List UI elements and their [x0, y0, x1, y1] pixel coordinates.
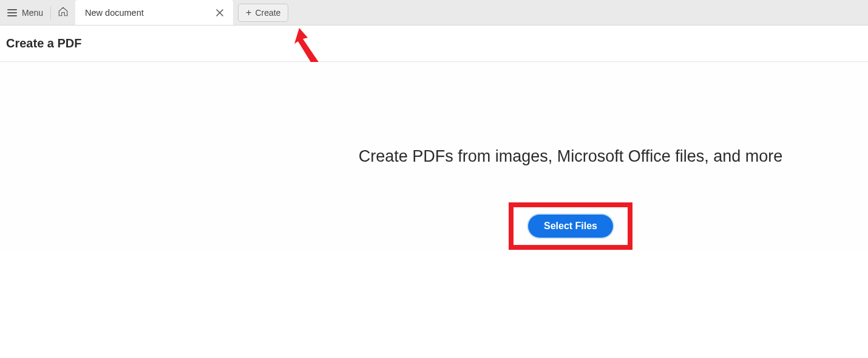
hamburger-icon: [7, 9, 17, 16]
plus-icon: +: [246, 8, 251, 18]
menu-button[interactable]: Menu: [0, 0, 50, 25]
headline: Create PDFs from images, Microsoft Offic…: [359, 147, 783, 166]
home-button[interactable]: [51, 0, 75, 25]
tab-new-document[interactable]: New document: [75, 0, 233, 25]
content-area: Create PDFs from images, Microsoft Offic…: [0, 62, 868, 250]
close-tab-icon[interactable]: [214, 7, 226, 19]
top-bar: Menu New document + Create: [0, 0, 868, 26]
menu-label: Menu: [22, 8, 43, 18]
create-label: Create: [255, 8, 280, 18]
sub-header: Create a PDF: [0, 26, 868, 62]
home-icon: [58, 6, 69, 19]
create-button[interactable]: + Create: [238, 4, 288, 22]
tab-title: New document: [85, 8, 144, 18]
select-files-highlight: Select Files: [509, 202, 632, 250]
page-title: Create a PDF: [6, 36, 862, 50]
select-files-button[interactable]: Select Files: [528, 215, 613, 238]
